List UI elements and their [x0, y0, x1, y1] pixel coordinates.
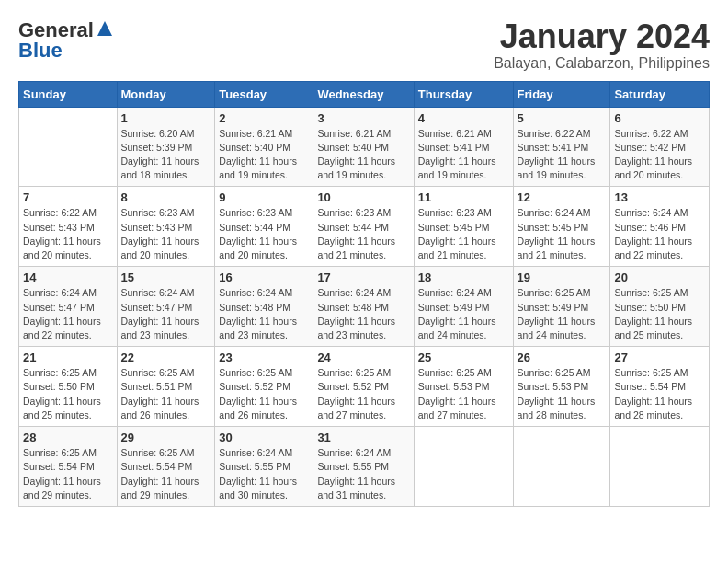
day-info: Sunrise: 6:22 AM Sunset: 5:43 PM Dayligh…	[23, 206, 113, 262]
calendar-cell: 4Sunrise: 6:21 AM Sunset: 5:41 PM Daylig…	[414, 107, 513, 187]
day-info: Sunrise: 6:24 AM Sunset: 5:46 PM Dayligh…	[614, 206, 705, 262]
calendar-cell: 3Sunrise: 6:21 AM Sunset: 5:40 PM Daylig…	[313, 107, 414, 187]
calendar-cell: 2Sunrise: 6:21 AM Sunset: 5:40 PM Daylig…	[215, 107, 313, 187]
day-number: 9	[219, 190, 309, 204]
day-number: 18	[418, 270, 509, 284]
day-number: 12	[518, 190, 607, 204]
header-day-thursday: Thursday	[414, 81, 513, 107]
header-day-wednesday: Wednesday	[313, 81, 414, 107]
day-info: Sunrise: 6:22 AM Sunset: 5:41 PM Dayligh…	[518, 127, 607, 183]
calendar-cell: 5Sunrise: 6:22 AM Sunset: 5:41 PM Daylig…	[513, 107, 610, 187]
day-info: Sunrise: 6:25 AM Sunset: 5:52 PM Dayligh…	[317, 366, 409, 422]
calendar-cell: 9Sunrise: 6:23 AM Sunset: 5:44 PM Daylig…	[215, 187, 313, 267]
calendar-cell: 21Sunrise: 6:25 AM Sunset: 5:50 PM Dayli…	[19, 347, 118, 427]
day-number: 16	[219, 270, 309, 284]
week-row-3: 21Sunrise: 6:25 AM Sunset: 5:50 PM Dayli…	[19, 347, 710, 427]
day-info: Sunrise: 6:23 AM Sunset: 5:45 PM Dayligh…	[418, 206, 509, 262]
logo-icon	[96, 19, 114, 38]
day-number: 20	[614, 270, 705, 284]
day-info: Sunrise: 6:25 AM Sunset: 5:54 PM Dayligh…	[121, 446, 211, 502]
calendar-cell: 16Sunrise: 6:24 AM Sunset: 5:48 PM Dayli…	[215, 267, 313, 347]
day-number: 24	[317, 350, 409, 364]
day-info: Sunrise: 6:20 AM Sunset: 5:39 PM Dayligh…	[121, 127, 211, 183]
day-number: 30	[219, 431, 309, 444]
calendar-cell: 26Sunrise: 6:25 AM Sunset: 5:53 PM Dayli…	[513, 347, 610, 427]
day-number: 15	[121, 270, 211, 284]
header-day-monday: Monday	[117, 81, 215, 107]
calendar-cell: 17Sunrise: 6:24 AM Sunset: 5:48 PM Dayli…	[313, 267, 414, 347]
calendar-cell: 31Sunrise: 6:24 AM Sunset: 5:55 PM Dayli…	[313, 427, 414, 507]
day-info: Sunrise: 6:23 AM Sunset: 5:44 PM Dayligh…	[219, 206, 309, 262]
day-info: Sunrise: 6:24 AM Sunset: 5:49 PM Dayligh…	[418, 286, 509, 342]
week-row-4: 28Sunrise: 6:25 AM Sunset: 5:54 PM Dayli…	[19, 427, 710, 507]
week-row-1: 7Sunrise: 6:22 AM Sunset: 5:43 PM Daylig…	[19, 187, 710, 267]
day-info: Sunrise: 6:24 AM Sunset: 5:48 PM Dayligh…	[219, 286, 309, 342]
day-number: 5	[518, 111, 607, 125]
calendar-cell: 14Sunrise: 6:24 AM Sunset: 5:47 PM Dayli…	[19, 267, 118, 347]
day-info: Sunrise: 6:24 AM Sunset: 5:47 PM Dayligh…	[23, 286, 113, 342]
day-info: Sunrise: 6:25 AM Sunset: 5:54 PM Dayligh…	[614, 366, 705, 422]
day-number: 1	[121, 111, 211, 125]
header-day-sunday: Sunday	[19, 81, 118, 107]
day-info: Sunrise: 6:25 AM Sunset: 5:50 PM Dayligh…	[614, 286, 705, 342]
day-number: 8	[121, 190, 211, 204]
calendar-cell: 1Sunrise: 6:20 AM Sunset: 5:39 PM Daylig…	[117, 107, 215, 187]
day-number: 31	[317, 431, 409, 444]
calendar-cell: 24Sunrise: 6:25 AM Sunset: 5:52 PM Dayli…	[313, 347, 414, 427]
calendar-cell: 27Sunrise: 6:25 AM Sunset: 5:54 PM Dayli…	[610, 347, 710, 427]
calendar-cell: 25Sunrise: 6:25 AM Sunset: 5:53 PM Dayli…	[414, 347, 513, 427]
svg-marker-0	[97, 21, 112, 36]
day-number: 3	[317, 111, 409, 125]
day-info: Sunrise: 6:24 AM Sunset: 5:47 PM Dayligh…	[121, 286, 211, 342]
location-title: Balayan, Calabarzon, Philippines	[494, 55, 710, 72]
header-row: SundayMondayTuesdayWednesdayThursdayFrid…	[19, 81, 710, 107]
day-number: 25	[418, 350, 509, 364]
day-number: 17	[317, 270, 409, 284]
calendar-cell	[414, 427, 513, 507]
day-number: 23	[219, 350, 309, 364]
calendar-cell: 8Sunrise: 6:23 AM Sunset: 5:43 PM Daylig…	[117, 187, 215, 267]
day-number: 6	[614, 111, 705, 125]
day-number: 19	[518, 270, 607, 284]
day-number: 27	[614, 350, 705, 364]
calendar-cell: 28Sunrise: 6:25 AM Sunset: 5:54 PM Dayli…	[19, 427, 118, 507]
header-day-friday: Friday	[513, 81, 610, 107]
day-number: 21	[23, 350, 113, 364]
day-number: 13	[614, 190, 705, 204]
calendar-cell	[19, 107, 118, 187]
day-info: Sunrise: 6:24 AM Sunset: 5:48 PM Dayligh…	[317, 286, 409, 342]
day-info: Sunrise: 6:25 AM Sunset: 5:53 PM Dayligh…	[518, 366, 607, 422]
calendar-cell: 10Sunrise: 6:23 AM Sunset: 5:44 PM Dayli…	[313, 187, 414, 267]
header: General Blue January 2024 Balayan, Calab…	[18, 18, 710, 72]
day-number: 10	[317, 190, 409, 204]
day-info: Sunrise: 6:21 AM Sunset: 5:41 PM Dayligh…	[418, 127, 509, 183]
day-info: Sunrise: 6:21 AM Sunset: 5:40 PM Dayligh…	[219, 127, 309, 183]
week-row-0: 1Sunrise: 6:20 AM Sunset: 5:39 PM Daylig…	[19, 107, 710, 187]
day-info: Sunrise: 6:23 AM Sunset: 5:44 PM Dayligh…	[317, 206, 409, 262]
day-number: 4	[418, 111, 509, 125]
calendar-cell: 6Sunrise: 6:22 AM Sunset: 5:42 PM Daylig…	[610, 107, 710, 187]
calendar-cell: 13Sunrise: 6:24 AM Sunset: 5:46 PM Dayli…	[610, 187, 710, 267]
day-info: Sunrise: 6:21 AM Sunset: 5:40 PM Dayligh…	[317, 127, 409, 183]
calendar-cell: 20Sunrise: 6:25 AM Sunset: 5:50 PM Dayli…	[610, 267, 710, 347]
calendar-cell: 29Sunrise: 6:25 AM Sunset: 5:54 PM Dayli…	[117, 427, 215, 507]
day-info: Sunrise: 6:25 AM Sunset: 5:51 PM Dayligh…	[121, 366, 211, 422]
day-info: Sunrise: 6:24 AM Sunset: 5:55 PM Dayligh…	[317, 446, 409, 502]
day-info: Sunrise: 6:25 AM Sunset: 5:53 PM Dayligh…	[418, 366, 509, 422]
calendar-cell: 12Sunrise: 6:24 AM Sunset: 5:45 PM Dayli…	[513, 187, 610, 267]
day-info: Sunrise: 6:25 AM Sunset: 5:50 PM Dayligh…	[23, 366, 113, 422]
month-title: January 2024	[494, 18, 710, 55]
day-info: Sunrise: 6:25 AM Sunset: 5:54 PM Dayligh…	[23, 446, 113, 502]
calendar-cell: 23Sunrise: 6:25 AM Sunset: 5:52 PM Dayli…	[215, 347, 313, 427]
day-info: Sunrise: 6:24 AM Sunset: 5:45 PM Dayligh…	[518, 206, 607, 262]
calendar-cell: 7Sunrise: 6:22 AM Sunset: 5:43 PM Daylig…	[19, 187, 118, 267]
header-day-tuesday: Tuesday	[215, 81, 313, 107]
calendar-cell: 19Sunrise: 6:25 AM Sunset: 5:49 PM Dayli…	[513, 267, 610, 347]
day-number: 11	[418, 190, 509, 204]
week-row-2: 14Sunrise: 6:24 AM Sunset: 5:47 PM Dayli…	[19, 267, 710, 347]
day-number: 29	[121, 431, 211, 444]
calendar-cell: 11Sunrise: 6:23 AM Sunset: 5:45 PM Dayli…	[414, 187, 513, 267]
calendar-cell: 15Sunrise: 6:24 AM Sunset: 5:47 PM Dayli…	[117, 267, 215, 347]
header-day-saturday: Saturday	[610, 81, 710, 107]
day-number: 26	[518, 350, 607, 364]
